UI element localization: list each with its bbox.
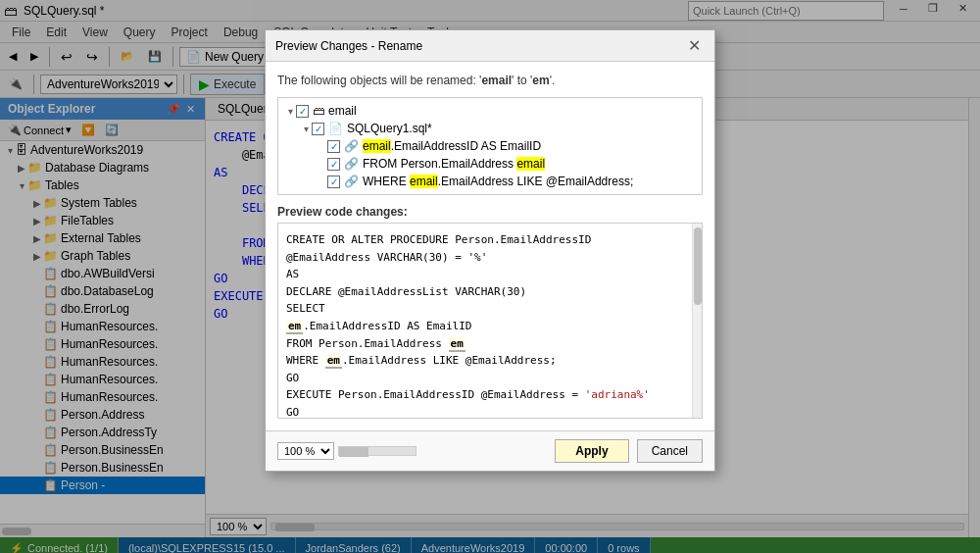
ref-icon1: 🔗 — [344, 157, 359, 171]
preview-line-1: @EmailAddress VARCHAR(30) = '%' — [286, 249, 682, 267]
modal-body: The following objects will be renamed: '… — [266, 62, 714, 430]
modal-zoom-selector[interactable]: 100 % — [277, 442, 334, 460]
modal-item2-checkbox[interactable] — [327, 176, 340, 188]
modal-overlay: Preview Changes - Rename ✕ The following… — [0, 0, 980, 553]
preview-line-5: em.EmailAddressID AS EmailID — [286, 318, 682, 335]
preview-code[interactable]: CREATE OR ALTER PROCEDURE Person.EmailAd… — [277, 223, 703, 419]
preview-vscroll-thumb — [694, 227, 702, 305]
modal-new-name: em — [532, 74, 549, 87]
modal-tree-root[interactable]: ▾ 🗃 email — [278, 102, 702, 120]
modal-desc-suffix: '. — [550, 74, 556, 87]
modal-tree-file[interactable]: ▾ 📄 SQLQuery1.sql* — [294, 120, 702, 137]
modal-item0-checkbox[interactable] — [327, 140, 340, 153]
db-icon: 🗃 — [313, 104, 324, 118]
modal-hscrollbar[interactable] — [338, 446, 416, 456]
preview-code-content: CREATE OR ALTER PROCEDURE Person.EmailAd… — [286, 231, 682, 419]
modal-title: Preview Changes - Rename — [275, 39, 422, 53]
modal-tree-item-2[interactable]: 🔗 WHERE email.EmailAddress LIKE @EmailAd… — [310, 173, 702, 190]
modal-desc-middle: ' to ' — [512, 74, 532, 87]
modal-item2-label: WHERE email.EmailAddress LIKE @EmailAddr… — [363, 175, 633, 188]
modal-file-expand[interactable]: ▾ — [300, 124, 312, 134]
modal-description: The following objects will be renamed: '… — [277, 74, 703, 87]
modal-item0-label: email.EmailAddressID AS EmailID — [363, 139, 541, 153]
preview-line-10: GO — [286, 404, 682, 419]
modal-tree-item-0[interactable]: 🔗 email.EmailAddressID AS EmailID — [310, 137, 702, 155]
modal-close-button[interactable]: ✕ — [684, 36, 705, 55]
cancel-button[interactable]: Cancel — [637, 439, 703, 463]
modal-desc-prefix: The following objects will be renamed: ' — [277, 74, 481, 87]
modal-title-bar: Preview Changes - Rename ✕ — [266, 30, 714, 62]
preview-label: Preview code changes: — [277, 205, 703, 219]
preview-line-6: FROM Person.EmailAddress em — [286, 335, 682, 353]
modal-footer-left: 100 % — [277, 442, 416, 460]
modal-footer-right: Apply Cancel — [555, 439, 703, 463]
preview-line-9: EXECUTE Person.EmailAddressID @EmailAddr… — [286, 386, 682, 404]
preview-line-2: AS — [286, 266, 682, 283]
modal-root-label: email — [328, 104, 357, 118]
modal-hscroll-thumb — [339, 447, 368, 457]
apply-button[interactable]: Apply — [555, 439, 628, 463]
modal-file-label: SQLQuery1.sql* — [347, 122, 432, 135]
rename-modal: Preview Changes - Rename ✕ The following… — [265, 29, 715, 472]
modal-tree-item-1[interactable]: 🔗 FROM Person.EmailAddress email — [310, 155, 702, 173]
ref-icon2: 🔗 — [344, 175, 359, 188]
modal-file-checkbox[interactable] — [312, 123, 324, 135]
preview-line-0: CREATE OR ALTER PROCEDURE Person.EmailAd… — [286, 231, 682, 249]
preview-line-8: GO — [286, 370, 682, 387]
preview-line-7: WHERE em.EmailAddress LIKE @EmailAddress… — [286, 352, 682, 370]
modal-root-checkbox[interactable] — [296, 105, 309, 118]
modal-tree-view: ▾ 🗃 email ▾ 📄 SQLQuery1.sql* 🔗 — [277, 97, 703, 195]
preview-line-3: DECLARE @EmailAddressList VARCHAR(30) — [286, 283, 682, 301]
file-icon: 📄 — [328, 122, 343, 135]
modal-item1-label: FROM Person.EmailAddress email — [363, 157, 545, 171]
preview-line-4: SELECT — [286, 300, 682, 318]
modal-footer: 100 % Apply Cancel — [266, 430, 714, 471]
modal-old-name: email — [481, 74, 512, 87]
ref-icon0: 🔗 — [344, 139, 359, 153]
preview-vscrollbar[interactable] — [692, 224, 702, 418]
modal-tree-expand[interactable]: ▾ — [284, 106, 296, 117]
modal-item1-checkbox[interactable] — [327, 158, 340, 171]
